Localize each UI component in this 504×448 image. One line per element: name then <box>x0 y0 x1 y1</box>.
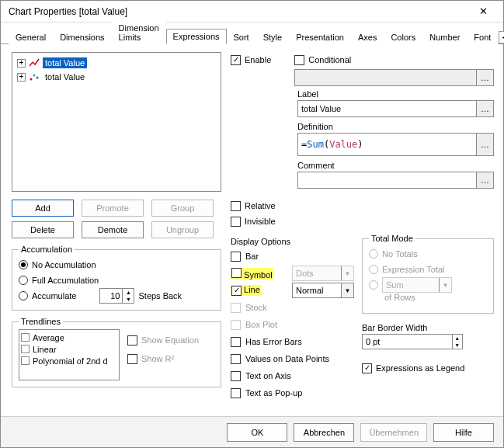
checkbox-text-as-popup[interactable] <box>231 388 241 398</box>
cancel-button[interactable]: Abbrechen <box>294 423 354 442</box>
tab-number[interactable]: Number <box>422 30 467 44</box>
enable-label: Enable <box>245 55 271 64</box>
checkbox-has-error-bars[interactable] <box>231 337 241 347</box>
label-label: Label <box>297 89 494 99</box>
checkbox-symbol[interactable] <box>231 268 242 278</box>
checkbox-invisible[interactable] <box>231 217 241 227</box>
checkbox-show-equation <box>127 335 137 346</box>
spin-down-icon[interactable]: ▼ <box>123 296 134 303</box>
ok-button[interactable]: OK <box>227 423 287 442</box>
browse-icon[interactable]: … <box>476 134 493 155</box>
tab-colors[interactable]: Colors <box>384 30 422 44</box>
line-combo[interactable]: Normal▼ <box>292 283 354 298</box>
chevron-down-icon[interactable]: ▼ <box>341 283 353 297</box>
promote-button[interactable]: Promote <box>82 200 144 217</box>
browse-icon[interactable]: … <box>476 172 493 188</box>
trendlines-group: Trendlines Average Linear Polynomial of … <box>12 317 221 387</box>
tab-axes[interactable]: Axes <box>351 30 384 44</box>
comment-input[interactable] <box>298 172 476 188</box>
chevron-down-icon: ▼ <box>439 278 451 292</box>
tab-presentation[interactable]: Presentation <box>289 30 351 44</box>
apply-button[interactable]: Übernehmen <box>360 423 427 442</box>
expand-icon[interactable]: + <box>17 73 26 82</box>
scatter-icon <box>29 71 40 82</box>
ungroup-button[interactable]: Ungroup <box>151 221 214 238</box>
display-options-label: Display Options <box>231 237 354 246</box>
checkbox-expressions-as-legend[interactable] <box>362 363 372 373</box>
radio-label: Full Accumulation <box>32 276 99 285</box>
spin-up-icon[interactable]: ▲ <box>453 335 462 342</box>
tab-font[interactable]: Font <box>467 30 498 44</box>
bar-border-spinner[interactable]: ▲▼ <box>362 334 463 349</box>
demote-button[interactable]: Demote <box>82 221 144 238</box>
trendlines-list[interactable]: Average Linear Polynomial of 2nd d <box>19 329 120 380</box>
tree-item-label[interactable]: total Value <box>43 57 87 68</box>
expression-tree[interactable]: + total Value + total Value <box>12 52 221 192</box>
conditional-field[interactable]: … <box>294 69 494 86</box>
definition-label: Definition <box>297 122 494 131</box>
radio-expression-total <box>369 265 378 274</box>
checkbox-box-plot <box>231 320 241 330</box>
tab-style[interactable]: Style <box>256 30 289 44</box>
definition-field[interactable]: =Sum(Value) … <box>297 133 494 156</box>
highlight: Line <box>231 285 261 296</box>
browse-icon[interactable]: … <box>476 70 493 85</box>
total-func-combo: Sum▼ <box>382 277 452 293</box>
checkbox-relative[interactable] <box>231 201 241 211</box>
bar-border-input[interactable] <box>363 335 452 349</box>
dialog-window: Chart Properties [total Value] ✕ General… <box>0 0 504 448</box>
tree-row[interactable]: + total Value <box>16 56 217 70</box>
svg-point-0 <box>30 78 33 81</box>
browse-icon[interactable]: … <box>476 101 493 116</box>
titlebar: Chart Properties [total Value] ✕ <box>1 1 503 23</box>
accumulation-group: Accumulation No Accumulation Full Accumu… <box>12 245 221 311</box>
steps-input[interactable] <box>100 289 122 303</box>
conditional-input[interactable] <box>295 70 476 85</box>
conditional-label: Conditional <box>308 55 351 64</box>
delete-button[interactable]: Delete <box>12 221 74 238</box>
dialog-footer: OK Abbrechen Übernehmen Hilfe <box>1 416 503 447</box>
close-icon[interactable]: ✕ <box>468 2 499 22</box>
radio-accumulate[interactable] <box>19 291 28 300</box>
expand-icon[interactable]: + <box>17 59 26 68</box>
radio-label: No Accumulation <box>32 260 96 269</box>
tab-sort[interactable]: Sort <box>227 30 256 44</box>
tab-dimension-limits[interactable]: Dimension Limits <box>112 20 166 44</box>
checkbox-line[interactable] <box>231 286 242 296</box>
list-item[interactable]: Average <box>21 332 117 343</box>
svg-point-2 <box>36 77 39 79</box>
tree-row[interactable]: + total Value <box>16 70 217 84</box>
tab-strip: General Dimensions Dimension Limits Expr… <box>1 23 503 44</box>
checkbox-bar[interactable] <box>231 252 241 262</box>
radio-sum-of-rows <box>369 280 378 290</box>
total-mode-group: Total Mode No Totals Expression Total Su… <box>362 234 494 314</box>
chevron-down-icon[interactable]: ▼ <box>341 266 353 280</box>
group-button[interactable]: Group <box>151 200 214 217</box>
tab-general[interactable]: General <box>9 30 53 44</box>
bar-border-width-label: Bar Border Width <box>362 323 494 332</box>
label-field[interactable]: … <box>297 100 494 117</box>
checkbox-text-on-axis[interactable] <box>231 371 241 381</box>
list-item[interactable]: Polynomial of 2nd d <box>21 355 117 366</box>
checkbox-conditional[interactable] <box>294 55 304 65</box>
symbol-combo[interactable]: Dots▼ <box>292 266 354 281</box>
tab-expressions[interactable]: Expressions <box>166 29 227 44</box>
checkbox-enable[interactable] <box>231 55 241 65</box>
checkbox-values-on-data-points[interactable] <box>231 354 241 364</box>
radio-label: Accumulate <box>32 291 76 300</box>
spin-up-icon[interactable]: ▲ <box>123 289 134 296</box>
tab-dimensions[interactable]: Dimensions <box>53 30 111 44</box>
help-button[interactable]: Hilfe <box>433 423 494 442</box>
radio-no-accumulation[interactable] <box>19 260 28 269</box>
spin-down-icon[interactable]: ▼ <box>453 342 462 349</box>
label-input[interactable] <box>298 101 476 116</box>
accumulation-legend: Accumulation <box>19 245 75 254</box>
comment-field[interactable]: … <box>297 172 494 189</box>
highlight: Symbol <box>231 268 273 280</box>
tree-item-label[interactable]: total Value <box>43 71 87 82</box>
list-item[interactable]: Linear <box>21 343 117 355</box>
tab-scroll-left-icon[interactable]: ◄ <box>499 31 504 43</box>
steps-spinner[interactable]: ▲▼ <box>99 288 134 304</box>
add-button[interactable]: Add <box>12 200 74 217</box>
radio-full-accumulation[interactable] <box>19 276 28 285</box>
